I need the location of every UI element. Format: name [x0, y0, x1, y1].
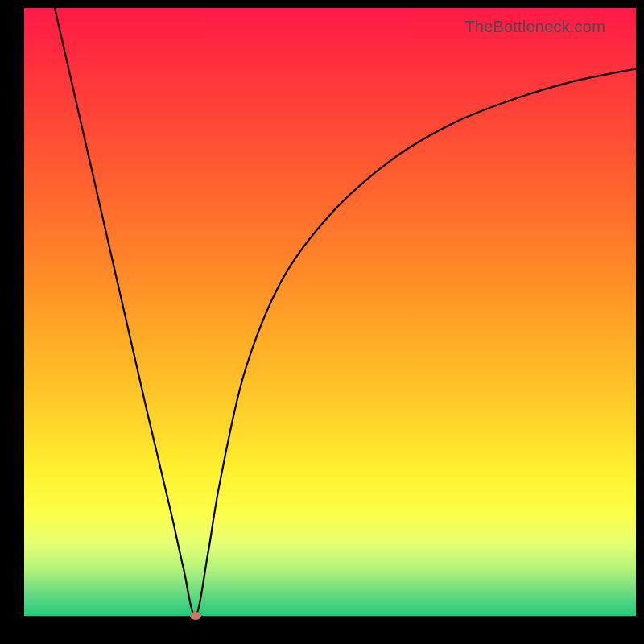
plot-area: TheBottleneck.com: [24, 8, 636, 616]
chart-frame: TheBottleneck.com: [0, 0, 644, 644]
minimum-marker: [190, 612, 201, 620]
bottleneck-curve: [24, 8, 636, 616]
curve-path: [55, 8, 636, 616]
